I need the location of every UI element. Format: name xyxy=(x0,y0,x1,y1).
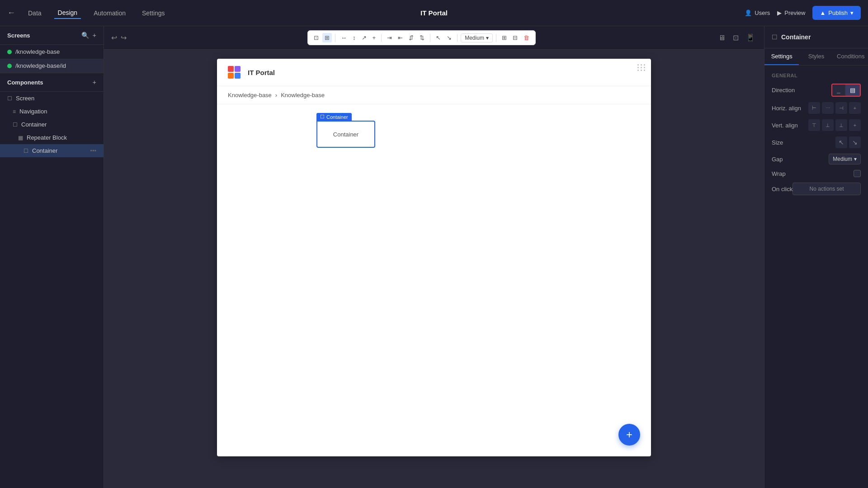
gap-chevron-icon: ▾ xyxy=(486,35,489,41)
canvas-toolbar: ↩ ↪ ⊡ ⊞ ↔ ↕ ↗ + ⇥ ⇤ ⇵ ⇅ xyxy=(104,26,764,50)
size-shrink-button[interactable]: ↘ xyxy=(849,136,861,148)
gap-dropdown[interactable]: Medium ▾ xyxy=(829,154,861,164)
nav-comp-icon: ≡ xyxy=(13,108,16,115)
back-button[interactable]: ← xyxy=(7,8,15,18)
gap-row: Gap Medium ▾ xyxy=(772,154,861,164)
panel-title: Container xyxy=(781,33,811,41)
screens-header: Screens 🔍 + xyxy=(0,26,104,45)
component-navigation[interactable]: ≡ Navigation xyxy=(0,105,104,118)
direction-row: Direction ⎯ ▤ xyxy=(772,84,861,97)
grid-dots xyxy=(637,64,646,71)
horiz-align-stretch[interactable]: + xyxy=(849,102,861,114)
screen-item-knowledge-base[interactable]: /knowledge-base xyxy=(0,45,104,59)
component-more-dots[interactable]: ••• xyxy=(90,147,96,154)
etool-align-left[interactable]: ↔ xyxy=(339,33,349,42)
general-section-label: GENERAL xyxy=(772,73,861,78)
direction-label: Direction xyxy=(772,87,795,94)
tab-data[interactable]: Data xyxy=(24,8,45,19)
panel-body: GENERAL Direction ⎯ ▤ Horiz. align ⊢ ⋯ ⊣… xyxy=(764,66,868,488)
users-button[interactable]: 👤 Users xyxy=(745,9,770,16)
etool-align-center[interactable]: ↕ xyxy=(350,33,358,42)
vert-align-top[interactable]: ⊤ xyxy=(808,119,820,131)
repeater-comp-icon: ▦ xyxy=(18,135,23,141)
breadcrumb-separator: › xyxy=(275,92,277,99)
components-header: Components + xyxy=(0,73,104,92)
viewport-desktop-button[interactable]: 🖥 xyxy=(717,32,727,44)
vert-align-label: Vert. align xyxy=(772,122,798,129)
size-expand-button[interactable]: ↖ xyxy=(835,136,847,148)
horiz-align-start[interactable]: ⊢ xyxy=(808,102,820,114)
publish-icon: ▲ xyxy=(820,9,826,16)
page-title: IT Portal xyxy=(248,69,275,76)
container-comp-icon: ☐ xyxy=(13,122,18,128)
etool-action2[interactable]: ⊟ xyxy=(510,33,520,42)
gap-select[interactable]: Medium ▾ xyxy=(461,33,493,42)
on-click-value[interactable]: No actions set xyxy=(793,183,861,195)
etool-dir1[interactable]: ⇥ xyxy=(385,33,394,42)
vert-align-middle[interactable]: ⊥ xyxy=(822,119,834,131)
tab-design[interactable]: Design xyxy=(54,7,81,19)
publish-button[interactable]: ▲ Publish ▾ xyxy=(812,6,861,20)
search-icon[interactable]: 🔍 xyxy=(81,32,89,39)
preview-icon: ▶ xyxy=(777,9,782,16)
etool-layout2[interactable]: ⊞ xyxy=(322,33,332,42)
etool-dir3[interactable]: ⇵ xyxy=(406,33,416,42)
container-wrapper[interactable]: ☐ Container Container xyxy=(316,113,375,148)
etool-align-plus[interactable]: + xyxy=(370,33,378,42)
undo-button[interactable]: ↩ xyxy=(111,33,117,42)
component-screen[interactable]: ☐ Screen xyxy=(0,92,104,105)
preview-button[interactable]: ▶ Preview xyxy=(777,9,805,16)
viewport-mobile-button[interactable]: 📱 xyxy=(744,32,757,44)
etool-dir4[interactable]: ⇅ xyxy=(417,33,427,42)
screen-label: /knowledge-base xyxy=(15,48,60,55)
breadcrumb: Knowledge-base › Knowledge-base xyxy=(217,86,651,104)
size-label: Size xyxy=(772,139,783,146)
screen-label: /knowledge-base/id xyxy=(15,62,66,69)
horiz-align-center[interactable]: ⋯ xyxy=(822,102,834,114)
app-title: IT Portal xyxy=(420,9,448,17)
vert-align-stretch[interactable]: + xyxy=(849,119,861,131)
breadcrumb-item-1: Knowledge-base xyxy=(228,92,272,99)
component-container-inner[interactable]: ☐ Container ••• xyxy=(0,144,104,157)
main-layout: Screens 🔍 + /knowledge-base /knowledge-b… xyxy=(0,26,868,488)
horiz-align-end[interactable]: ⊣ xyxy=(835,102,847,114)
viewport-tablet-button[interactable]: ⊡ xyxy=(731,32,741,44)
container-badge: ☐ Container xyxy=(316,113,352,121)
component-container[interactable]: ☐ Container xyxy=(0,118,104,131)
etool-delete[interactable]: 🗑 xyxy=(521,33,532,42)
screen-dot xyxy=(7,64,12,68)
screen-item-knowledge-base-id[interactable]: /knowledge-base/id xyxy=(0,59,104,73)
vert-align-bottom[interactable]: ⊥ xyxy=(835,119,847,131)
tab-settings[interactable]: Settings xyxy=(138,8,169,19)
add-screen-button[interactable]: + xyxy=(93,32,96,39)
wrap-checkbox[interactable] xyxy=(854,170,861,177)
direction-col-button[interactable]: ▤ xyxy=(845,84,860,96)
canvas-content[interactable]: IT Portal Knowledge-base › Knowledge-bas… xyxy=(104,50,764,488)
etool-align-right[interactable]: ↗ xyxy=(359,33,369,42)
add-component-button[interactable]: + xyxy=(93,79,96,86)
tab-styles[interactable]: Styles xyxy=(799,48,833,65)
vert-align-row: Vert. align ⊤ ⊥ ⊥ + xyxy=(772,119,861,131)
gap-label: Gap xyxy=(772,156,783,163)
component-repeater-block[interactable]: ▦ Repeater Block xyxy=(0,131,104,144)
add-element-button[interactable]: + xyxy=(618,424,640,446)
tab-automation[interactable]: Automation xyxy=(90,8,129,19)
components-title: Components xyxy=(7,79,43,86)
wrap-label: Wrap xyxy=(772,170,786,177)
etool-layout1[interactable]: ⊡ xyxy=(311,33,321,42)
size-group: ↖ ↘ xyxy=(835,136,861,148)
direction-row-button[interactable]: ⎯ xyxy=(832,84,845,96)
tab-settings[interactable]: Settings xyxy=(764,48,799,65)
etool-action1[interactable]: ⊞ xyxy=(500,33,509,42)
etool-resize1[interactable]: ↖ xyxy=(434,33,443,42)
screens-title: Screens xyxy=(7,32,30,39)
container-box[interactable]: Container xyxy=(316,121,375,148)
tab-conditions[interactable]: Conditions xyxy=(834,48,868,65)
etool-resize2[interactable]: ↘ xyxy=(444,33,454,42)
breadcrumb-item-2: Knowledge-base xyxy=(281,92,325,99)
canvas-area: ↩ ↪ ⊡ ⊞ ↔ ↕ ↗ + ⇥ ⇤ ⇵ ⇅ xyxy=(104,26,764,488)
add-element-icon: + xyxy=(626,428,632,441)
panel-header: ☐ Container xyxy=(764,26,868,48)
redo-button[interactable]: ↪ xyxy=(121,33,127,42)
etool-dir2[interactable]: ⇤ xyxy=(396,33,405,42)
